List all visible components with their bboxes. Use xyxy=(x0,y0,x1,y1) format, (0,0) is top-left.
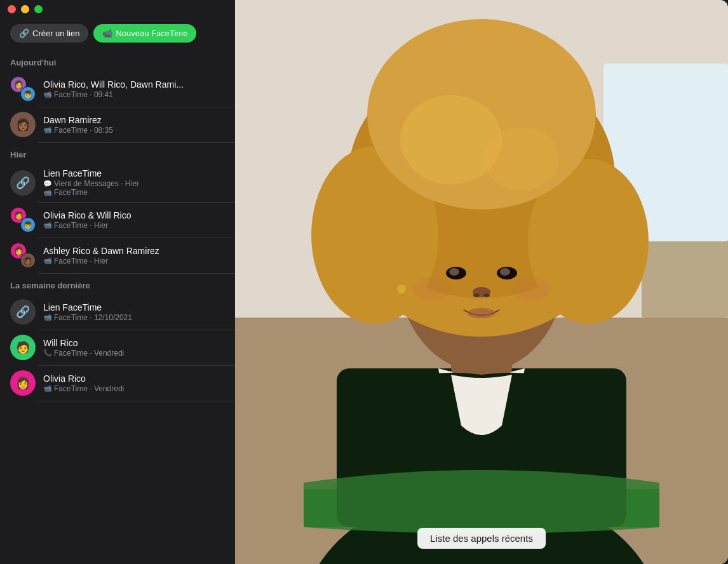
call-detail: 💬 Vient de Messages · Hier xyxy=(43,179,225,188)
call-detail: 📹 FaceTime · Vendredi xyxy=(43,384,225,393)
caption-label: Liste des appels récents xyxy=(417,528,546,549)
call-info: Olivia Rico, Will Rico, Dawn Rami... 📹 F… xyxy=(43,79,225,99)
call-item[interactable]: 👩 👦 Olivia Rico & Will Rico 📹 FaceTime ·… xyxy=(0,202,235,238)
call-info: Will Rico 📞 FaceTime · Vendredi xyxy=(43,338,225,358)
call-name: Olivia Rico, Will Rico, Dawn Rami... xyxy=(43,79,225,90)
create-link-button[interactable]: 🔗 Créer un lien xyxy=(10,24,88,43)
avatar: 👩 👩🏾 xyxy=(10,243,36,268)
call-info: Olivia Rico 📹 FaceTime · Vendredi xyxy=(43,373,225,393)
call-item[interactable]: 🔗 Lien FaceTime 📹 FaceTime · 12/10/2021 xyxy=(0,294,235,330)
svg-point-17 xyxy=(483,127,559,191)
video-icon: 📹 xyxy=(43,221,52,229)
maximize-button[interactable] xyxy=(34,5,43,13)
call-detail: 📹 FaceTime · Hier xyxy=(43,257,225,265)
video-icon: 📹 xyxy=(43,189,52,197)
svg-point-28 xyxy=(512,278,550,300)
svg-point-27 xyxy=(413,278,451,300)
close-button[interactable] xyxy=(8,5,16,13)
svg-point-24 xyxy=(483,293,490,297)
call-detail-line2: 📹 FaceTime xyxy=(43,188,225,197)
minimize-button[interactable] xyxy=(21,5,29,13)
phone-icon: 📞 xyxy=(43,349,52,357)
avatar-circle: 👩🏾 xyxy=(10,112,36,137)
video-icon: 📹 xyxy=(43,257,52,265)
video-icon: 📹 xyxy=(43,90,52,98)
call-item[interactable]: 🔗 Lien FaceTime 💬 Vient de Messages · Hi… xyxy=(0,163,235,202)
call-detail: 📹 FaceTime · Hier xyxy=(43,221,225,230)
video-camera-icon: 📹 xyxy=(102,29,112,38)
call-item[interactable]: 👩🏾 Dawn Ramirez 📹 FaceTime · 08:35 xyxy=(0,107,235,142)
call-detail: 📹 FaceTime · 08:35 xyxy=(43,126,225,135)
svg-point-21 xyxy=(500,268,510,276)
svg-point-23 xyxy=(473,293,480,297)
avatar-circle: 🧑 xyxy=(10,335,36,360)
call-name: Olivia Rico xyxy=(43,373,225,384)
link-icon: 🔗 xyxy=(19,29,29,38)
avatar: 👩 👦 xyxy=(10,207,36,232)
call-item[interactable]: 🧑 Will Rico 📞 FaceTime · Vendredi xyxy=(0,330,235,365)
avatar: 👩 xyxy=(10,370,36,396)
call-item[interactable]: 👩 Olivia Rico 📹 FaceTime · Vendredi xyxy=(0,365,235,401)
call-info: Olivia Rico & Will Rico 📹 FaceTime · Hie… xyxy=(43,210,225,230)
call-name: Olivia Rico & Will Rico xyxy=(43,210,225,220)
link-avatar: 🔗 xyxy=(10,299,36,325)
avatar: 👩🏾 xyxy=(10,112,36,137)
avatar: 👩 👦 xyxy=(10,76,36,102)
facetime-photo xyxy=(235,0,728,564)
call-info: Dawn Ramirez 📹 FaceTime · 08:35 xyxy=(43,115,225,135)
sidebar: 🔗 Créer un lien 📹 Nouveau FaceTime Aujou… xyxy=(0,0,235,564)
call-name: Lien FaceTime xyxy=(43,302,225,312)
svg-point-20 xyxy=(449,268,459,276)
svg-point-25 xyxy=(468,308,495,318)
call-item[interactable]: 👩 👩🏾 Ashley Rico & Dawn Ramirez 📹 FaceTi… xyxy=(0,238,235,273)
call-name: Lien FaceTime xyxy=(43,168,225,178)
avatar: 🧑 xyxy=(10,335,36,360)
avatar: 🔗 xyxy=(10,299,36,325)
facetime-main-view: Liste des appels récents xyxy=(235,0,728,564)
call-item[interactable]: 👩 👦 Olivia Rico, Will Rico, Dawn Rami...… xyxy=(0,71,235,107)
avatar-circle: 👩 xyxy=(10,370,36,396)
video-icon: 📹 xyxy=(43,126,52,134)
avatar: 🔗 xyxy=(10,170,36,196)
message-icon: 💬 xyxy=(43,180,52,188)
avatar-sub: 👦 xyxy=(20,86,36,102)
call-name: Dawn Ramirez xyxy=(43,115,225,125)
link-avatar: 🔗 xyxy=(10,170,36,196)
call-detail: 📹 FaceTime · 09:41 xyxy=(43,90,225,99)
avatar-sub: 👦 xyxy=(20,217,36,232)
video-icon: 📹 xyxy=(43,313,52,321)
avatar-sub: 👩🏾 xyxy=(20,253,36,268)
video-icon: 📹 xyxy=(43,384,52,393)
call-info: Lien FaceTime 💬 Vient de Messages · Hier… xyxy=(43,168,225,197)
section-label-today: Aujourd'hui xyxy=(0,50,235,71)
title-bar xyxy=(0,0,235,18)
call-info: Lien FaceTime 📹 FaceTime · 12/10/2021 xyxy=(43,302,225,322)
sidebar-content: Aujourd'hui 👩 👦 Olivia Rico, Will Rico, … xyxy=(0,50,235,564)
section-label-hier: Hier xyxy=(0,142,235,163)
svg-point-26 xyxy=(396,284,407,294)
section-label-lastweek: La semaine dernière xyxy=(0,273,235,294)
call-detail: 📞 FaceTime · Vendredi xyxy=(43,349,225,358)
call-name: Ashley Rico & Dawn Ramirez xyxy=(43,246,225,256)
call-info: Ashley Rico & Dawn Ramirez 📹 FaceTime · … xyxy=(43,246,225,265)
call-name: Will Rico xyxy=(43,338,225,348)
call-detail: 📹 FaceTime · 12/10/2021 xyxy=(43,313,225,322)
new-facetime-button[interactable]: 📹 Nouveau FaceTime xyxy=(93,24,196,43)
